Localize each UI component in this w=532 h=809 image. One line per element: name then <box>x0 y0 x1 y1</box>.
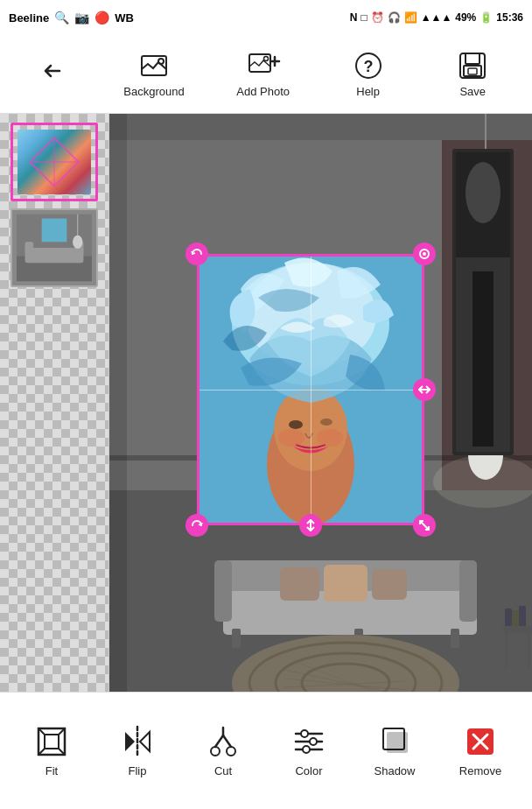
svg-rect-9 <box>466 53 480 64</box>
shadow-button[interactable]: Shadow <box>364 724 425 777</box>
headphone-icon: 🎧 <box>388 11 401 24</box>
svg-point-22 <box>73 236 82 249</box>
main-content <box>0 114 532 692</box>
handle-bot-center[interactable] <box>298 512 324 538</box>
rotate-ccw-handle[interactable] <box>186 514 208 537</box>
fit-button[interactable]: Fit <box>21 724 82 777</box>
svg-rect-27 <box>109 114 532 140</box>
guide-v <box>311 254 312 525</box>
instagram-icon: 📷 <box>74 11 89 25</box>
svg-point-68 <box>278 429 304 447</box>
remove-label: Remove <box>459 764 501 777</box>
svg-point-92 <box>301 730 308 737</box>
svg-point-71 <box>320 419 332 426</box>
carrier-text: Beeline <box>9 11 49 25</box>
battery-icon: 🔋 <box>480 11 493 24</box>
svg-line-86 <box>215 735 223 747</box>
flip-h-handle[interactable] <box>413 378 436 401</box>
shadow-icon <box>377 724 412 759</box>
color-label: Color <box>295 764 322 777</box>
handle-mid-right[interactable] <box>411 376 438 403</box>
svg-rect-55 <box>505 609 512 626</box>
background-button[interactable]: Background <box>123 50 184 98</box>
svg-rect-43 <box>372 569 407 600</box>
alarm-icon: ⏰ <box>371 11 384 24</box>
svg-point-5 <box>263 57 268 61</box>
flip-label: Flip <box>129 764 147 777</box>
flip-button[interactable]: Flip <box>107 724 168 777</box>
svg-rect-52 <box>503 626 532 633</box>
wifi-icon: 📶 <box>404 11 417 24</box>
svg-rect-42 <box>324 565 368 601</box>
search-icon: 🔍 <box>54 11 69 25</box>
remove-button[interactable]: Remove <box>450 724 511 777</box>
app-icon: 🔴 <box>94 11 109 25</box>
left-panel <box>0 114 109 692</box>
cut-button[interactable]: Cut <box>192 724 254 777</box>
svg-rect-20 <box>42 219 67 243</box>
background-icon <box>138 50 170 81</box>
artwork-painting <box>197 254 424 525</box>
cut-icon <box>206 724 241 759</box>
cut-label: Cut <box>214 764 232 777</box>
sim-icon: □ <box>360 11 367 24</box>
svg-point-93 <box>310 738 317 745</box>
save-label: Save <box>459 85 486 98</box>
fit-label: Fit <box>46 764 58 777</box>
bottom-toolbar: Fit Flip Cut <box>0 692 532 809</box>
thumb-painting <box>18 130 91 194</box>
save-button[interactable]: Save <box>446 50 499 98</box>
color-button[interactable]: Color <box>278 724 340 777</box>
svg-rect-78 <box>45 735 59 749</box>
canvas-area[interactable] <box>109 114 532 692</box>
svg-rect-56 <box>512 610 519 626</box>
rotate-handle[interactable] <box>186 243 208 265</box>
thumb-room-bg <box>12 210 96 285</box>
unlock-handle[interactable] <box>413 243 436 265</box>
svg-point-61 <box>466 162 500 223</box>
battery-label: 49% <box>455 11 476 24</box>
help-label: Help <box>356 85 380 98</box>
handle-bot-left[interactable] <box>184 512 210 538</box>
wb-label: WB <box>115 11 134 25</box>
svg-rect-37 <box>459 560 477 622</box>
svg-rect-28 <box>109 114 127 692</box>
handle-bot-right[interactable] <box>411 512 438 538</box>
layer-thumb-1[interactable] <box>10 123 98 201</box>
svg-point-94 <box>303 746 310 753</box>
svg-line-87 <box>223 735 231 747</box>
status-bar: Beeline 🔍 📷 🔴 WB N □ ⏰ 🎧 📶 ▲▲▲ 49% 🔋 15:… <box>0 0 532 35</box>
svg-rect-57 <box>519 606 526 626</box>
flip-v-handle[interactable] <box>299 514 322 537</box>
scale-handle[interactable] <box>413 514 436 537</box>
help-icon: ? <box>353 50 384 81</box>
nfc-icon: N <box>350 11 358 24</box>
top-toolbar: Background Add Photo ? Help <box>0 35 532 114</box>
svg-rect-96 <box>387 732 408 753</box>
save-icon <box>457 50 488 81</box>
artwork-container[interactable] <box>197 254 424 525</box>
svg-point-85 <box>227 747 235 756</box>
help-button[interactable]: ? Help <box>342 50 395 98</box>
svg-point-69 <box>317 429 343 447</box>
handle-top-right[interactable] <box>411 241 438 267</box>
add-photo-icon <box>248 50 279 81</box>
svg-rect-11 <box>468 68 477 74</box>
background-label: Background <box>123 85 184 98</box>
svg-rect-54 <box>528 633 530 668</box>
layer-thumb-2[interactable] <box>10 208 98 287</box>
add-photo-button[interactable]: Add Photo <box>236 50 290 98</box>
svg-rect-38 <box>232 629 241 648</box>
svg-text:?: ? <box>363 58 373 75</box>
handle-top-left[interactable] <box>184 241 210 267</box>
color-icon <box>291 724 326 759</box>
svg-rect-41 <box>280 567 319 601</box>
svg-rect-17 <box>25 248 84 263</box>
back-button[interactable] <box>33 60 72 88</box>
svg-point-84 <box>211 747 220 756</box>
svg-rect-62 <box>472 271 494 447</box>
svg-point-73 <box>423 252 426 256</box>
status-right: N □ ⏰ 🎧 📶 ▲▲▲ 49% 🔋 15:36 <box>350 11 523 24</box>
time-display: 15:36 <box>496 11 523 24</box>
flip-icon <box>120 724 155 759</box>
